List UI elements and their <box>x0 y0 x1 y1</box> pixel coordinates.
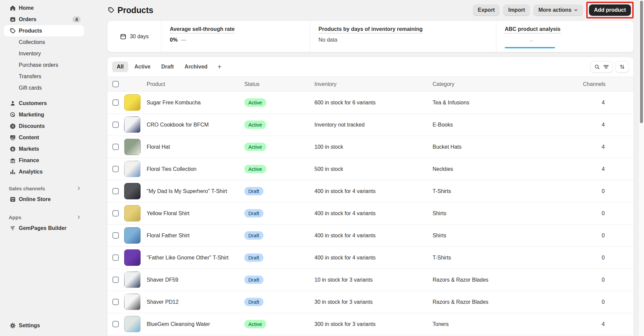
sidebar-item-online-store[interactable]: Online Store <box>4 194 84 205</box>
table-row[interactable]: BlueGem Cleansing Water Active 300 in st… <box>107 313 634 335</box>
product-name-cell[interactable]: Floral Ties Collection <box>147 166 244 172</box>
sidebar-item-orders[interactable]: Orders 4 <box>4 14 84 25</box>
sidebar-item-label: Orders <box>19 16 36 22</box>
product-name-cell[interactable]: Sugar Free Kombucha <box>147 100 244 106</box>
product-thumbnail-cell <box>124 94 147 111</box>
category-cell: Bucket Hats <box>433 144 583 150</box>
scrollbar-thumb[interactable] <box>640 1 643 123</box>
product-name-cell[interactable]: Shaver DF59 <box>147 277 244 283</box>
product-name-cell[interactable]: Shaver PD12 <box>147 299 244 305</box>
metric-title[interactable]: Average sell-through rate <box>170 26 235 34</box>
row-checkbox[interactable] <box>112 122 119 128</box>
product-thumbnail <box>124 272 141 288</box>
inventory-cell: Inventory not tracked <box>314 122 433 128</box>
sidebar-item-settings[interactable]: Settings <box>4 320 84 331</box>
metric-title[interactable]: Products by days of inventory remaining <box>318 26 423 34</box>
category-cell: Tea & Infusions <box>433 100 583 106</box>
row-checkbox[interactable] <box>112 299 119 305</box>
sidebar-item-label: Discounts <box>19 123 45 129</box>
inventory-cell: 400 in stock for 4 variants <box>314 255 433 261</box>
product-name-cell[interactable]: CRO Cookbook for BFCM <box>147 122 244 128</box>
row-checkbox[interactable] <box>112 99 119 106</box>
status-badge: Active <box>244 143 266 151</box>
table-row[interactable]: Shaver DF59 Draft 10 in stock for 3 vari… <box>107 269 634 291</box>
sidebar-item-purchase-orders[interactable]: Purchase orders <box>4 59 84 71</box>
abc-progress-line <box>505 47 555 48</box>
product-name-cell[interactable]: BlueGem Cleansing Water <box>147 321 244 327</box>
row-checkbox[interactable] <box>112 232 119 239</box>
date-range-label: 30 days <box>130 34 149 40</box>
tab-archived[interactable]: Archived <box>180 61 212 72</box>
table-row[interactable]: Shaver PD12 Draft 30 in stock for 3 vari… <box>107 291 634 313</box>
row-checkbox[interactable] <box>112 254 119 261</box>
table-row[interactable]: Floral Father Shirt Draft 400 in stock f… <box>107 225 634 247</box>
status-badge: Draft <box>244 187 263 195</box>
table-row[interactable]: Sugar Free Kombucha Active 600 in stock … <box>107 92 634 114</box>
status-badge: Draft <box>244 253 263 262</box>
product-name-cell[interactable]: Yellow Floral Shirt <box>147 210 244 217</box>
sidebar-item-finance[interactable]: Finance <box>4 155 84 166</box>
product-name-cell[interactable]: Floral Hat <box>147 144 244 150</box>
table-row[interactable]: Floral Hat Active 100 in stock Bucket Ha… <box>107 136 634 158</box>
column-header-status[interactable]: Status <box>244 81 314 87</box>
more-actions-button[interactable]: More actions <box>533 4 583 16</box>
row-checkbox[interactable] <box>112 166 119 172</box>
sidebar-item-products[interactable]: Products <box>4 25 84 37</box>
sidebar-item-marketing[interactable]: Marketing <box>4 109 84 121</box>
sidebar-item-content[interactable]: Content <box>4 132 84 143</box>
sidebar-section-apps[interactable]: Apps <box>4 212 84 223</box>
sidebar-item-collections[interactable]: Collections <box>4 37 84 48</box>
storefront-icon <box>9 196 16 203</box>
tab-draft[interactable]: Draft <box>156 61 178 72</box>
product-thumbnail-cell <box>124 183 147 199</box>
inventory-cell: 400 in stock for 4 variants <box>314 188 433 194</box>
column-header-category[interactable]: Category <box>433 81 583 87</box>
sidebar-item-inventory[interactable]: Inventory <box>4 48 84 59</box>
inventory-cell: 10 in stock for 3 variants <box>314 277 433 283</box>
product-name-cell[interactable]: "Father Like Gnome Other" T-Shirt <box>147 255 244 261</box>
sidebar-section-sales-channels[interactable]: Sales channels <box>4 183 84 194</box>
table-row[interactable]: "Father Like Gnome Other" T-Shirt Draft … <box>107 247 634 269</box>
date-range-selector[interactable]: 30 days <box>107 21 161 52</box>
row-checkbox[interactable] <box>112 144 119 150</box>
category-cell: Shirts <box>433 233 583 239</box>
metric-abc-analysis: ABC product analysis <box>496 21 634 52</box>
add-product-button[interactable]: Add product <box>589 4 631 16</box>
column-header-channels[interactable]: Channels <box>583 81 606 87</box>
sidebar-item-customers[interactable]: Customers <box>4 98 84 109</box>
product-thumbnail-cell <box>124 294 147 310</box>
table-row[interactable]: Yellow Floral Shirt Draft 400 in stock f… <box>107 202 634 225</box>
sidebar-item-gempages[interactable]: GemPages Builder <box>4 223 84 234</box>
search-filter-button[interactable] <box>590 61 613 73</box>
table-row[interactable]: "My Dad Is My Superhero" T-Shirt Draft 4… <box>107 180 634 202</box>
tab-active[interactable]: Active <box>130 61 155 72</box>
sidebar-item-analytics[interactable]: Analytics <box>4 166 84 178</box>
sort-button[interactable] <box>615 61 629 73</box>
row-checkbox[interactable] <box>112 210 119 217</box>
column-header-inventory[interactable]: Inventory <box>314 81 433 87</box>
tab-all[interactable]: All <box>112 61 128 72</box>
select-all-checkbox[interactable] <box>112 81 119 87</box>
product-table-body: Sugar Free Kombucha Active 600 in stock … <box>107 92 634 336</box>
export-button[interactable]: Export <box>473 4 500 16</box>
channels-cell: 4 <box>583 166 605 172</box>
category-cell: T-Shirts <box>433 188 583 194</box>
row-checkbox[interactable] <box>112 277 119 283</box>
annotation-highlight-box: Add product <box>586 2 634 18</box>
sidebar-item-gift-cards[interactable]: Gift cards <box>4 82 84 94</box>
product-name-cell[interactable]: Floral Father Shirt <box>147 233 244 239</box>
table-row[interactable]: CRO Cookbook for BFCM Active Inventory n… <box>107 114 634 136</box>
sidebar-item-discounts[interactable]: Discounts <box>4 121 84 132</box>
row-checkbox[interactable] <box>112 321 119 327</box>
column-header-product[interactable]: Product <box>147 81 244 87</box>
import-button[interactable]: Import <box>503 4 530 16</box>
sidebar-item-markets[interactable]: $ Markets <box>4 143 84 155</box>
product-name-cell[interactable]: "My Dad Is My Superhero" T-Shirt <box>147 188 244 194</box>
sidebar-item-transfers[interactable]: Transfers <box>4 71 84 82</box>
metric-title[interactable]: ABC product analysis <box>505 26 560 34</box>
add-view-button[interactable]: + <box>213 61 226 73</box>
sidebar-item-home[interactable]: Home <box>4 2 84 14</box>
row-checkbox[interactable] <box>112 188 119 194</box>
channels-cell: 0 <box>583 277 605 283</box>
table-row[interactable]: Floral Ties Collection Active 500 in sto… <box>107 158 634 180</box>
